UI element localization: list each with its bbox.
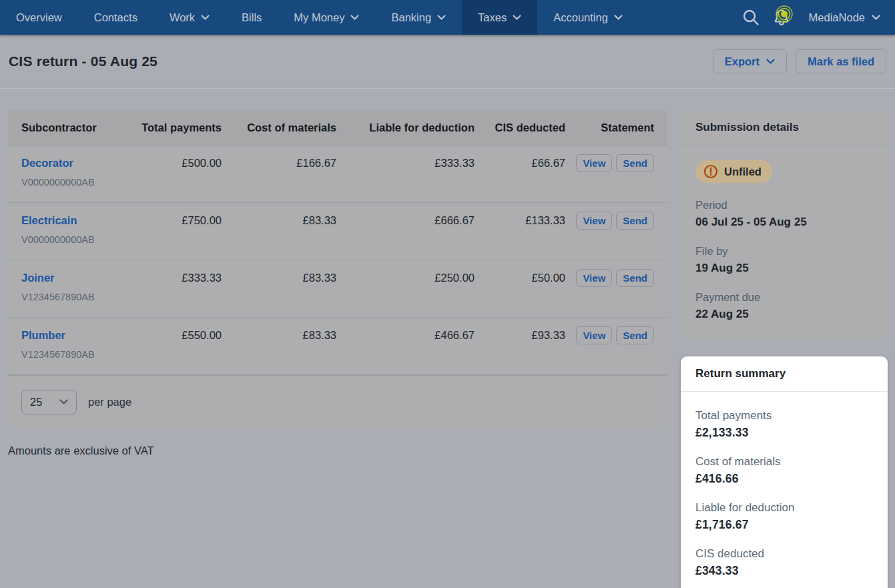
account-menu[interactable]: MediaNode — [797, 11, 883, 24]
total-payments-value: £750.00 — [133, 214, 222, 227]
return-summary-title: Return summary — [681, 356, 888, 392]
nav-label: Work — [170, 11, 195, 24]
send-statement-button[interactable]: Send — [616, 212, 654, 230]
chevron-down-icon — [437, 15, 446, 21]
nav-item-banking[interactable]: Banking — [375, 0, 462, 35]
right-column: Submission details Unfiled Period 06 Jul… — [681, 110, 888, 588]
submission-field-payment-due: Payment due 22 Aug 25 — [695, 291, 873, 321]
subcontractor-link[interactable]: Joiner — [21, 272, 133, 284]
nav-label: Taxes — [478, 11, 507, 24]
view-statement-button[interactable]: View — [576, 212, 612, 230]
cost-of-materials-value: £166.67 — [222, 157, 336, 170]
total-payments-value: £333.33 — [133, 272, 222, 284]
total-payments-value: £500.00 — [133, 157, 222, 170]
view-statement-button[interactable]: View — [576, 326, 612, 344]
col-header-statement: Statement — [565, 121, 654, 134]
liable-for-deduction-value: £466.67 — [336, 329, 475, 342]
col-header-subcontractor: Subcontractor — [21, 121, 133, 134]
liable-for-deduction-value: £250.00 — [336, 272, 475, 284]
view-statement-button[interactable]: View — [576, 154, 612, 172]
cis-return-page: Overview Contacts Work Bills My Money Ba… — [0, 0, 895, 588]
view-statement-button[interactable]: View — [576, 269, 612, 287]
export-button[interactable]: Export — [713, 49, 787, 73]
field-label: Payment due — [695, 291, 873, 304]
mark-as-filed-label: Mark as filed — [808, 55, 874, 68]
subcontractor-ref: V0000000000AB — [21, 177, 133, 188]
vat-footnote: Amounts are exclusive of VAT — [8, 445, 667, 457]
send-statement-button[interactable]: Send — [616, 326, 654, 344]
cost-of-materials-value: £83.33 — [222, 329, 336, 342]
subcontractor-link[interactable]: Plumber — [21, 329, 133, 342]
return-summary-card: Return summary Total payments £2,133.33 … — [681, 356, 888, 588]
nav-right-group: MediaNode — [735, 0, 895, 35]
nav-label: My Money — [294, 11, 344, 24]
subcontractors-table: Subcontractor Total payments Cost of mat… — [8, 110, 667, 428]
table-header-row: Subcontractor Total payments Cost of mat… — [8, 110, 667, 145]
nav-item-bills[interactable]: Bills — [226, 0, 278, 35]
left-column: Subcontractor Total payments Cost of mat… — [8, 110, 667, 457]
table-row: Plumber V1234567890AB £550.00 £83.33 £46… — [8, 318, 667, 375]
notifications-bell-icon[interactable] — [766, 0, 797, 35]
submission-field-period: Period 06 Jul 25 - 05 Aug 25 — [695, 199, 873, 229]
col-header-liable-for-deduction: Liable for deduction — [336, 121, 475, 134]
field-value: 22 Aug 25 — [695, 308, 873, 321]
nav-label: Overview — [16, 11, 62, 24]
search-icon[interactable] — [735, 0, 766, 35]
summary-item-cis-deducted: CIS deducted £343.33 — [695, 547, 873, 578]
nav-item-contacts[interactable]: Contacts — [78, 0, 154, 35]
liable-for-deduction-value: £333.33 — [336, 157, 475, 170]
top-nav: Overview Contacts Work Bills My Money Ba… — [0, 0, 895, 35]
submission-details-title: Submission details — [681, 110, 888, 145]
status-label: Unfiled — [724, 166, 762, 178]
main-content: Subcontractor Total payments Cost of mat… — [0, 89, 895, 588]
summary-item-total-payments: Total payments £2,133.33 — [695, 409, 873, 440]
exclamation-circle-icon — [703, 164, 718, 179]
summary-label: CIS deducted — [695, 547, 873, 561]
cis-deducted-value: £50.00 — [475, 272, 565, 284]
table-pagination: 25 per page — [8, 375, 667, 428]
field-label: Period — [695, 199, 873, 212]
field-value: 19 Aug 25 — [695, 262, 873, 275]
page-title: CIS return - 05 Aug 25 — [9, 53, 158, 69]
status-badge: Unfiled — [695, 160, 772, 183]
per-page-value: 25 — [30, 396, 42, 408]
total-payments-value: £550.00 — [133, 329, 222, 342]
table-row: Decorator V0000000000AB £500.00 £166.67 … — [8, 145, 667, 203]
nav-item-my-money[interactable]: My Money — [278, 0, 375, 35]
summary-label: Liable for deduction — [695, 501, 873, 515]
summary-item-liable-for-deduction: Liable for deduction £1,716.67 — [695, 501, 873, 532]
liable-for-deduction-value: £666.67 — [336, 214, 475, 227]
header-actions: Export Mark as filed — [713, 49, 886, 73]
subcontractor-link[interactable]: Decorator — [21, 157, 133, 170]
cis-deducted-value: £133.33 — [475, 214, 565, 227]
summary-value: £1,716.67 — [695, 518, 873, 532]
nav-label: Contacts — [94, 11, 137, 24]
per-page-label: per page — [88, 396, 131, 408]
send-statement-button[interactable]: Send — [616, 269, 654, 287]
nav-label: Accounting — [553, 11, 608, 24]
chevron-down-icon — [614, 15, 623, 21]
nav-item-overview[interactable]: Overview — [0, 0, 78, 35]
col-header-total-payments: Total payments — [133, 121, 222, 134]
submission-details-card: Submission details Unfiled Period 06 Jul… — [681, 110, 888, 340]
table-row: Electricain V0000000000AB £750.00 £83.33… — [8, 203, 667, 260]
mark-as-filed-button[interactable]: Mark as filed — [796, 49, 886, 73]
summary-label: Cost of materials — [695, 455, 873, 469]
export-label: Export — [725, 55, 760, 68]
cost-of-materials-value: £83.33 — [222, 272, 336, 284]
nav-item-work[interactable]: Work — [154, 0, 226, 35]
nav-item-accounting[interactable]: Accounting — [537, 0, 639, 35]
subcontractor-link[interactable]: Electricain — [21, 214, 133, 227]
nav-label: Bills — [242, 11, 262, 24]
subcontractor-ref: V1234567890AB — [21, 349, 133, 360]
chevron-down-icon — [201, 15, 210, 21]
chevron-down-icon — [59, 399, 68, 405]
account-name: MediaNode — [809, 11, 865, 24]
chevron-down-icon — [872, 15, 880, 21]
nav-item-taxes[interactable]: Taxes — [462, 0, 537, 35]
chevron-down-icon — [513, 15, 521, 21]
send-statement-button[interactable]: Send — [616, 154, 654, 172]
table-row: Joiner V1234567890AB £333.33 £83.33 £250… — [8, 260, 667, 318]
chevron-down-icon — [350, 15, 359, 21]
per-page-select[interactable]: 25 — [21, 390, 77, 414]
